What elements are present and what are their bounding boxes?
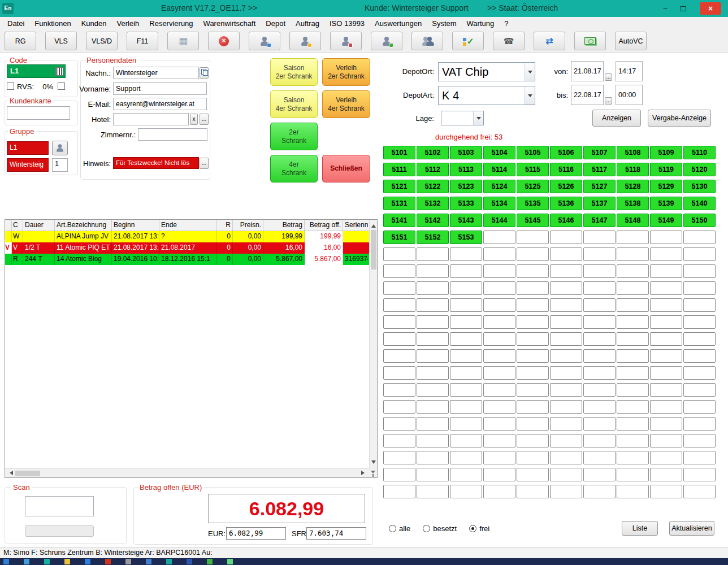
- depot-cell-empty[interactable]: [450, 451, 482, 464]
- verleih-2er-schrank-button[interactable]: Verleih2er Schrank: [322, 58, 370, 86]
- depot-cell-5111[interactable]: 5111: [383, 163, 415, 176]
- toolbar-button-contact[interactable]: ☎: [493, 32, 525, 50]
- depot-cell-empty[interactable]: [450, 332, 482, 346]
- hotel-clear-button[interactable]: x: [190, 114, 198, 125]
- toolbar-button-cancel[interactable]: ×: [208, 32, 240, 50]
- menu-item-wartung[interactable]: Wartung: [462, 19, 500, 28]
- depot-cell-5140[interactable]: 5140: [683, 197, 716, 210]
- bis-date-more-button[interactable]: ...: [605, 97, 612, 105]
- depot-cell-empty[interactable]: [517, 281, 549, 295]
- kundenkarte-input[interactable]: [7, 106, 70, 120]
- table-row-0[interactable]: WALPINA Jump JV21.08.2017 13:5?00,00199,…: [5, 231, 369, 242]
- toolbar-button-customer-group[interactable]: [411, 32, 443, 50]
- depot-cell-empty[interactable]: [483, 298, 515, 312]
- barcode-icon[interactable]: [55, 67, 63, 76]
- depot-cell-empty[interactable]: [617, 264, 649, 278]
- menu-item-verleih[interactable]: Verleih: [112, 19, 145, 28]
- radio-frei[interactable]: frei: [469, 524, 489, 533]
- depot-cell-empty[interactable]: [483, 451, 515, 464]
- depot-cell-empty[interactable]: [383, 247, 415, 261]
- depot-cell-5143[interactable]: 5143: [450, 214, 482, 227]
- depot-cell-empty[interactable]: [517, 231, 549, 244]
- depotart-select[interactable]: K 4: [438, 86, 535, 105]
- depotort-select[interactable]: VAT Chip: [438, 62, 535, 81]
- depot-cell-empty[interactable]: [383, 366, 415, 380]
- lage-select[interactable]: [441, 111, 484, 125]
- depot-cell-empty[interactable]: [583, 315, 616, 329]
- depot-cell-5131[interactable]: 5131: [383, 197, 415, 210]
- rvs-checkbox-2[interactable]: [58, 82, 65, 90]
- table-row-1[interactable]: VV1/2 T11 Atomic PIQ ET21.08.2017 13:421…: [5, 242, 369, 254]
- depot-cell-empty[interactable]: [583, 332, 616, 346]
- depot-cell-5145[interactable]: 5145: [517, 214, 549, 227]
- aktualisieren-button[interactable]: Aktualisieren: [669, 521, 714, 536]
- toolbar-button-autovc[interactable]: AutoVC: [615, 32, 647, 50]
- depot-cell-empty[interactable]: [517, 451, 549, 464]
- saison-2er-schrank-button[interactable]: Saison2er Schrank: [270, 58, 318, 86]
- menu-item-reservierung[interactable]: Reservierung: [144, 19, 198, 28]
- taskbar-app-green-icon[interactable]: [207, 559, 213, 564]
- 4er-schrank-button[interactable]: 4erSchrank: [270, 155, 318, 182]
- depot-cell-empty[interactable]: [417, 298, 449, 312]
- depot-cell-empty[interactable]: [450, 400, 482, 414]
- taskbar-app-navy-icon[interactable]: [187, 559, 192, 564]
- depot-cell-empty[interactable]: [617, 417, 649, 431]
- depot-cell-empty[interactable]: [517, 417, 549, 431]
- depot-cell-empty[interactable]: [417, 400, 449, 414]
- depot-cell-empty[interactable]: [417, 417, 449, 431]
- depot-cell-empty[interactable]: [383, 349, 415, 363]
- depot-cell-empty[interactable]: [450, 247, 482, 261]
- depot-cell-empty[interactable]: [617, 451, 649, 464]
- depot-cell-empty[interactable]: [483, 332, 515, 346]
- depot-cell-5148[interactable]: 5148: [617, 214, 649, 227]
- depot-cell-5112[interactable]: 5112: [417, 163, 449, 176]
- depot-cell-empty[interactable]: [683, 349, 716, 363]
- depot-cell-5119[interactable]: 5119: [650, 163, 682, 176]
- gruppe-count-field[interactable]: 1: [52, 158, 68, 172]
- depot-cell-empty[interactable]: [483, 468, 515, 481]
- depot-cell-5136[interactable]: 5136: [550, 197, 582, 210]
- depot-cell-5139[interactable]: 5139: [650, 197, 682, 210]
- depot-cell-5102[interactable]: 5102: [417, 146, 449, 159]
- vertical-scroll-thumb[interactable]: [371, 230, 376, 270]
- depot-cell-empty[interactable]: [383, 468, 415, 481]
- depot-cell-empty[interactable]: [483, 434, 515, 447]
- vorname-input[interactable]: [113, 82, 207, 95]
- gruppe-field-1[interactable]: L1: [7, 141, 49, 155]
- toolbar-button-customer-add[interactable]: [371, 32, 402, 50]
- depot-cell-5127[interactable]: 5127: [583, 180, 616, 193]
- depot-cell-5152[interactable]: 5152: [417, 231, 449, 244]
- depot-cell-empty[interactable]: [617, 468, 649, 481]
- depot-cell-5153[interactable]: 5153: [450, 231, 482, 244]
- von-date-more-button[interactable]: ...: [605, 73, 612, 81]
- depot-cell-empty[interactable]: [583, 298, 616, 312]
- nachname-lookup-button[interactable]: [200, 67, 209, 79]
- depot-cell-empty[interactable]: [683, 231, 716, 244]
- depot-cell-empty[interactable]: [617, 400, 649, 414]
- depot-cell-empty[interactable]: [517, 383, 549, 397]
- depot-cell-empty[interactable]: [483, 383, 515, 397]
- menu-item-warenwirtschaft[interactable]: Warenwirtschaft: [198, 19, 261, 28]
- depot-cell-empty[interactable]: [583, 383, 616, 397]
- depot-cell-5146[interactable]: 5146: [550, 214, 582, 227]
- depot-cell-5147[interactable]: 5147: [583, 214, 616, 227]
- depot-cell-empty[interactable]: [450, 366, 482, 380]
- depot-cell-empty[interactable]: [517, 366, 549, 380]
- depot-cell-empty[interactable]: [583, 417, 616, 431]
- vertical-scrollbar[interactable]: [369, 220, 377, 468]
- depot-cell-empty[interactable]: [517, 468, 549, 481]
- hinweis-field[interactable]: Für Testzwecke! Nicht lös: [113, 157, 199, 169]
- depot-cell-5151[interactable]: 5151: [383, 231, 415, 244]
- depot-cell-empty[interactable]: [517, 332, 549, 346]
- depot-cell-empty[interactable]: [617, 247, 649, 261]
- depot-cell-empty[interactable]: [450, 468, 482, 481]
- depot-cell-empty[interactable]: [650, 298, 682, 312]
- horizontal-scrollbar[interactable]: [5, 468, 369, 477]
- minimize-button[interactable]: –: [658, 3, 673, 15]
- depot-cell-5107[interactable]: 5107: [583, 146, 616, 159]
- depot-cell-empty[interactable]: [583, 434, 616, 447]
- depot-cell-empty[interactable]: [583, 264, 616, 278]
- depot-cell-5150[interactable]: 5150: [683, 214, 716, 227]
- depot-cell-empty[interactable]: [650, 247, 682, 261]
- toolbar-button-vls-d[interactable]: VLS/D: [86, 32, 118, 50]
